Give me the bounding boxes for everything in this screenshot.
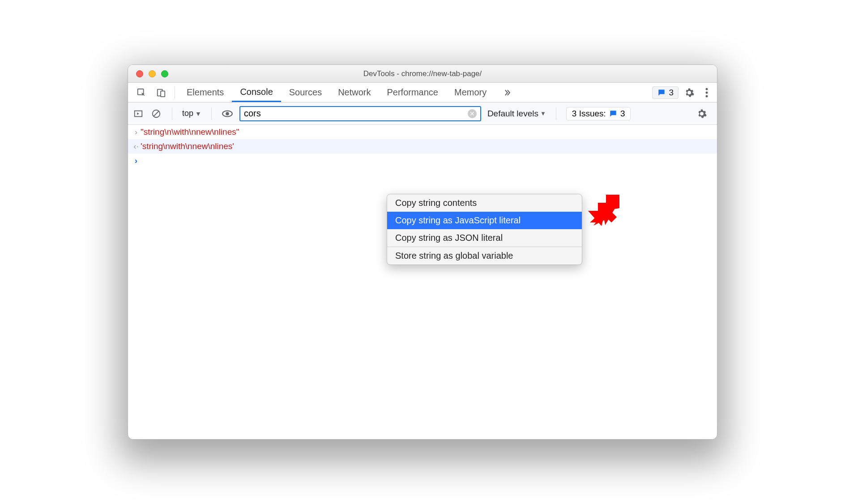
window-title: DevTools - chrome://new-tab-page/	[128, 69, 717, 78]
tab-elements[interactable]: Elements	[179, 83, 232, 102]
menu-copy-string-contents[interactable]: Copy string contents	[387, 194, 582, 212]
prompt-arrow-icon: ›	[132, 156, 141, 166]
issues-button[interactable]: 3 Issues: 3	[566, 107, 631, 120]
svg-rect-2	[161, 91, 165, 97]
filter-input-wrap[interactable]: ✕	[239, 106, 481, 121]
messages-count: 3	[669, 88, 674, 98]
chevron-down-icon: ▼	[195, 110, 201, 117]
more-tabs-icon[interactable]	[495, 83, 520, 102]
context-menu: Copy string contents Copy string as Java…	[387, 194, 582, 265]
console-prompt-row[interactable]: ›	[128, 154, 717, 168]
console-input-row[interactable]: › "string\n\with\nnew\nlines"	[128, 125, 717, 139]
title-bar: DevTools - chrome://new-tab-page/	[128, 65, 717, 83]
annotation-arrow-icon	[588, 195, 622, 231]
console-input-text: "string\n\with\nnew\nlines"	[141, 127, 239, 137]
svg-point-5	[706, 95, 708, 97]
tab-performance[interactable]: Performance	[379, 83, 447, 102]
clear-console-icon[interactable]	[150, 108, 162, 120]
messages-pill[interactable]: 3	[652, 86, 679, 99]
tab-network[interactable]: Network	[330, 83, 379, 102]
menu-store-global-variable[interactable]: Store string as global variable	[387, 247, 582, 265]
more-menu-icon[interactable]	[700, 88, 713, 98]
console-output: › "string\n\with\nnew\nlines" ‹· 'string…	[128, 125, 717, 168]
inspect-element-icon[interactable]	[132, 83, 151, 103]
devtools-window: DevTools - chrome://new-tab-page/ Elemen…	[128, 64, 717, 440]
console-settings-icon[interactable]	[691, 108, 713, 119]
tab-console[interactable]: Console	[232, 83, 281, 102]
svg-marker-13	[588, 195, 619, 226]
console-toolbar: top ▼ ✕ Default levels ▼ 3 Issues: 3	[128, 103, 717, 125]
menu-copy-string-json-literal[interactable]: Copy string as JSON literal	[387, 229, 582, 247]
context-selector[interactable]: top ▼	[182, 109, 201, 118]
input-arrow-icon: ›	[132, 127, 141, 137]
settings-icon[interactable]	[679, 87, 700, 98]
tab-sources[interactable]: Sources	[281, 83, 330, 102]
live-expression-icon[interactable]	[222, 108, 233, 120]
svg-point-4	[706, 91, 708, 94]
main-tabs: Elements Console Sources Network Perform…	[128, 83, 717, 103]
console-result-row[interactable]: ‹· 'string\nwith\nnew\nlines'	[128, 139, 717, 154]
toggle-device-icon[interactable]	[151, 83, 171, 103]
svg-point-9	[226, 112, 229, 115]
tab-memory[interactable]: Memory	[446, 83, 495, 102]
svg-point-3	[706, 88, 708, 90]
clear-filter-icon[interactable]: ✕	[468, 109, 477, 118]
toggle-sidebar-icon[interactable]	[132, 108, 144, 120]
log-levels-selector[interactable]: Default levels ▼	[487, 109, 546, 119]
console-output-text: 'string\nwith\nnew\nlines'	[141, 141, 234, 151]
menu-copy-string-js-literal[interactable]: Copy string as JavaScript literal	[387, 212, 582, 229]
chevron-down-icon: ▼	[540, 110, 546, 117]
output-arrow-icon: ‹·	[132, 141, 141, 151]
filter-input[interactable]	[244, 108, 468, 119]
